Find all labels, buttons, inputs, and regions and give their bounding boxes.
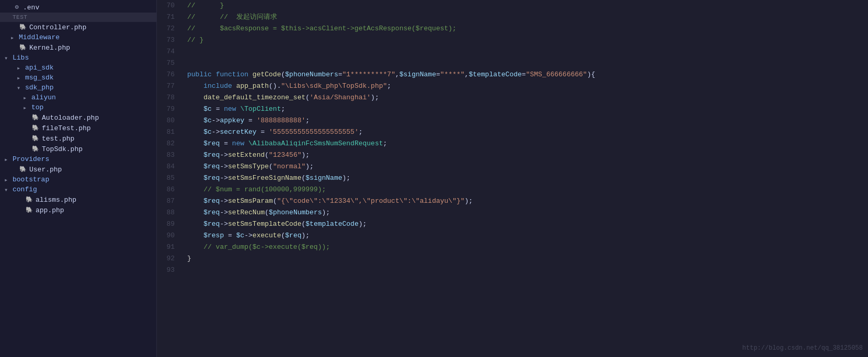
line-number: 83 [157,149,183,161]
line-number: 71 [157,11,183,23]
test-section-label: TEST [13,14,27,20]
line-number: 90 [157,230,183,241]
line-content: } [183,253,868,264]
arrow-env [4,4,12,11]
line-content: $req->setSmsFreeSignName($signName); [183,172,868,184]
sidebar-item-label: top [31,103,43,111]
gear-icon [13,3,21,11]
line-content: $resp = $c->execute($req); [183,230,868,241]
line-content: // $num = rand(100000,999999); [183,184,868,195]
arrow-libs[interactable] [4,54,12,62]
line-number: 85 [157,172,183,184]
sidebar-item-env[interactable]: .env [0,2,156,13]
line-content: $req = new \AlibabaAliqinFcSmsNumSendReq… [183,138,868,149]
sidebar-item-topsdk[interactable]: TopSdk.php [0,144,156,154]
line-number: 93 [157,264,183,276]
code-line-76: 76 public function getCode($phoneNumbers… [157,69,868,80]
line-number: 84 [157,161,183,172]
sidebar-item-api-sdk[interactable]: api_sdk [0,63,156,73]
arrow-aliyun[interactable] [23,94,30,101]
php-icon [25,206,33,214]
line-number: 72 [157,23,183,34]
code-line-91: 91 // var_dump($c->execute($req)); [157,241,868,253]
code-line-86: 86 // $num = rand(100000,999999); [157,184,868,195]
arrow-msg-sdk[interactable] [17,74,24,82]
arrow-top[interactable] [23,104,30,111]
line-content: $c->secretKey = '55555555555555555555'; [183,126,868,138]
code-line-85: 85 $req->setSmsFreeSignName($signName); [157,172,868,184]
code-line-79: 79 $c = new \TopClient; [157,103,868,115]
line-number: 89 [157,218,183,230]
arrow-middleware[interactable] [10,34,18,41]
arrow-filetest [23,124,30,132]
php-icon [19,165,27,174]
sidebar-item-label: api_sdk [25,64,54,72]
code-line-78: 78 date_default_timezone_set('Asia/Shang… [157,92,868,103]
sidebar-item-sdk-php[interactable]: sdk_php [0,83,156,93]
sidebar-item-filetest[interactable]: fileTest.php [0,123,156,133]
line-number: 87 [157,195,183,207]
line-content: $req->setRecNum($phoneNumbers); [183,207,868,218]
sidebar-item-test[interactable]: test.php [0,133,156,144]
arrow-sdk-php[interactable] [17,84,24,91]
sidebar-item-user[interactable]: User.php [0,164,156,175]
line-number: 81 [157,126,183,138]
code-line-70: 70 // } [157,0,868,11]
line-number: 86 [157,184,183,195]
line-number: 79 [157,103,183,115]
code-line-92: 92 } [157,253,868,264]
arrow-api-sdk[interactable] [17,64,24,72]
line-number: 92 [157,253,183,264]
php-icon [31,113,40,122]
code-line-82: 82 $req = new \AlibabaAliqinFcSmsNumSend… [157,138,868,149]
sidebar-item-top[interactable]: top [0,102,156,112]
sidebar-item-config[interactable]: config [0,185,156,194]
arrow-bootstrap[interactable] [4,176,12,183]
sidebar-item-label: Controller.php [29,24,86,31]
code-line-80: 80 $c->appkey = '8888888888'; [157,115,868,126]
line-number: 78 [157,92,183,103]
sidebar-item-kernel[interactable]: Kernel.php [0,42,156,53]
sidebar-item-middleware[interactable]: Middleware [0,32,156,42]
line-content: // $acsResponse = $this->acsClient->getA… [183,23,868,34]
arrow-providers[interactable] [4,156,12,163]
arrow-user [10,166,18,173]
sidebar-item-aliyun[interactable]: aliyun [0,93,156,102]
code-line-83: 83 $req->setExtend("123456"); [157,149,868,161]
sidebar-item-controller[interactable]: Controller.php [0,22,156,32]
line-number: 91 [157,241,183,253]
code-line-77: 77 include app_path()."\Libs\sdk_php\Top… [157,80,868,92]
code-line-90: 90 $resp = $c->execute($req); [157,230,868,241]
sidebar-item-alisms[interactable]: alisms.php [0,194,156,205]
sidebar-item-libs[interactable]: Libs [0,53,156,63]
code-line-88: 88 $req->setRecNum($phoneNumbers); [157,207,868,218]
line-content: $c = new \TopClient; [183,103,868,115]
arrow-config[interactable] [4,186,12,193]
php-icon [25,195,33,204]
arrow-empty [4,14,12,21]
sidebar-item-msg-sdk[interactable]: msg_sdk [0,73,156,83]
arrow-alisms [17,196,24,203]
file-explorer[interactable]: .env TEST Controller.php Middleware Kern… [0,0,157,357]
arrow-app [17,206,24,214]
php-icon [31,124,40,132]
line-number: 82 [157,138,183,149]
sidebar-item-label: fileTest.php [42,124,91,132]
sidebar-section-test: TEST [0,13,156,22]
php-icon [19,23,27,31]
sidebar-item-providers[interactable]: Providers [0,154,156,164]
line-content: // } [183,34,868,46]
arrow-test [23,135,30,142]
line-content: date_default_timezone_set('Asia/Shanghai… [183,92,868,103]
sidebar-item-app[interactable]: app.php [0,205,156,215]
code-line-87: 87 $req->setSmsParam("{\"code\":\"12334\… [157,195,868,207]
sidebar-item-label: Autoloader.php [42,114,99,122]
line-number: 75 [157,57,183,69]
sidebar-item-label: app.php [36,206,64,214]
code-line-75: 75 [157,57,868,69]
sidebar-item-bootstrap[interactable]: bootstrap [0,175,156,185]
sidebar-item-autoloader[interactable]: Autoloader.php [0,112,156,123]
sidebar-item-label: aliyun [31,94,56,101]
line-content: $req->setExtend("123456"); [183,149,868,161]
php-icon [19,43,27,52]
